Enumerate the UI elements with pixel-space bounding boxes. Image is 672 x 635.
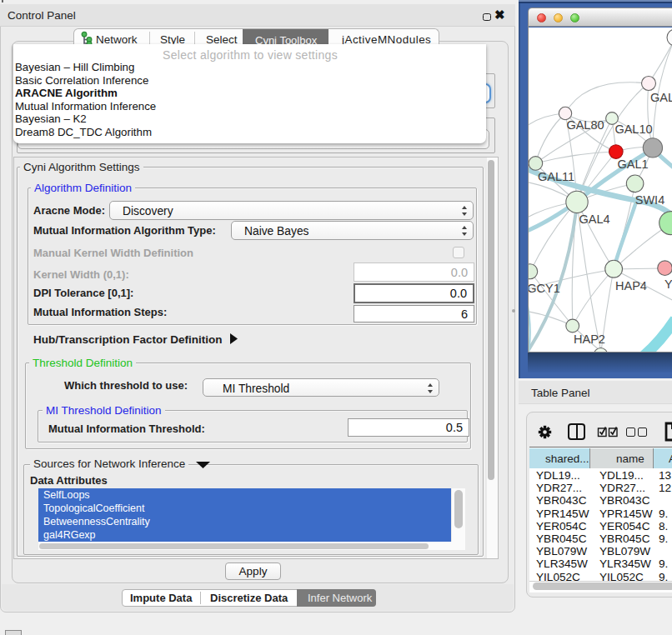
svg-text:SWI4: SWI4: [635, 193, 664, 207]
svg-text:GAL11: GAL11: [538, 170, 574, 183]
svg-text:HAP4: HAP4: [615, 279, 647, 292]
svg-text:GAL1: GAL1: [617, 158, 648, 171]
svg-text:GAL2: GAL2: [650, 91, 672, 104]
svg-text:GCY1: GCY1: [529, 282, 560, 295]
svg-text:GAL80: GAL80: [566, 118, 604, 132]
svg-text:HAP2: HAP2: [574, 332, 605, 346]
svg-text:GAL10: GAL10: [614, 122, 652, 136]
svg-text:GAL4: GAL4: [579, 212, 609, 226]
svg-text:YJ: YJ: [664, 278, 672, 291]
